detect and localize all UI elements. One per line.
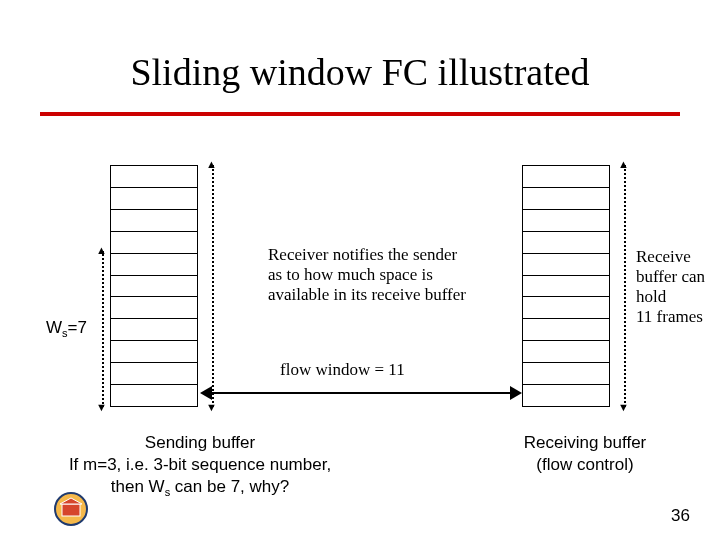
receive-buffer-capacity-text: Receive buffer can hold 11 frames — [636, 247, 720, 327]
buffer-cell — [523, 318, 609, 340]
university-seal-icon — [54, 492, 88, 526]
buffer-cell — [111, 253, 197, 275]
buffer-cell — [111, 296, 197, 318]
buffer-cell — [111, 362, 197, 384]
buffer-cell — [111, 231, 197, 253]
buffer-cell — [111, 187, 197, 209]
buffer-cell — [523, 384, 609, 406]
buffer-cell — [523, 340, 609, 362]
buffer-cell — [523, 275, 609, 297]
buffer-cell — [523, 166, 609, 187]
buffer-cell — [111, 166, 197, 187]
receiving-buffer-caption: Receiving buffer(flow control) — [490, 432, 680, 476]
svg-rect-1 — [62, 504, 80, 516]
receiver-notifies-text: Receiver notifies the sender as to how m… — [268, 245, 468, 305]
receiving-buffer-column — [522, 165, 610, 407]
buffer-cell — [111, 209, 197, 231]
buffer-cell — [111, 384, 197, 406]
buffer-cell — [523, 209, 609, 231]
title-rule — [40, 112, 680, 116]
flow-window-arrow — [200, 386, 522, 400]
buffer-cell — [111, 340, 197, 362]
buffer-cell — [523, 296, 609, 318]
sending-buffer-column — [110, 165, 198, 407]
slide-number: 36 — [671, 506, 690, 526]
buffer-cell — [523, 253, 609, 275]
ws-label: Ws=7 — [46, 318, 87, 339]
slide-title: Sliding window FC illustrated — [0, 50, 720, 94]
diagram-stage: ▲▼ ▲▼ ▲▼ Ws=7 Receiver notifies the send… — [0, 165, 720, 420]
buffer-cell — [523, 362, 609, 384]
buffer-cell — [523, 231, 609, 253]
sending-buffer-caption: Sending bufferIf m=3, i.e. 3-bit sequenc… — [40, 432, 360, 499]
buffer-cell — [111, 318, 197, 340]
buffer-cell — [523, 187, 609, 209]
flow-window-text: flow window = 11 — [280, 360, 405, 380]
buffer-cell — [111, 275, 197, 297]
